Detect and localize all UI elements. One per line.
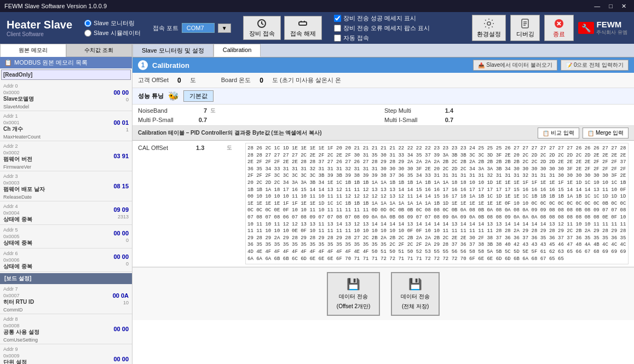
check-success-msg[interactable]: 장비 전송 성공 메세지 표시 <box>334 14 430 22</box>
load-from-slave-button[interactable]: 📥 Slave에서 데이터 불러오기 <box>473 60 557 71</box>
tab-monitor[interactable]: Slave 모니터링 및 설정 <box>132 44 214 57</box>
field-step-multi: Step Multi 1.4 <box>384 107 629 114</box>
list-item: Addr 40x0004상태에 중복 09 092313 <box>0 201 132 225</box>
board-temp-unit: 도 (초기 미사용 살온시 온 <box>272 76 341 84</box>
minimize-button[interactable]: — <box>591 3 603 10</box>
mode-options: Slave 모니터링 Slave 시뮬레이터 <box>84 19 141 37</box>
logo-area: 🔧 FEWM 주식회사 유엠 <box>578 20 627 36</box>
main-content: 원본 메모리 수치값 조회 📋 MODBUS 원본 메모리 목록 [ReadOn… <box>0 44 634 364</box>
list-item: Addr 50x0005상태에 중복 00 000 <box>0 225 132 249</box>
compare-input-button[interactable]: 📋 비교 입력 <box>538 128 579 138</box>
svg-point-2 <box>487 22 491 25</box>
calibration-header: 1 Calibration 📥 Slave에서 데이터 불러오기 📝 0으로 전… <box>132 57 634 73</box>
title-bar-controls: — □ ✕ <box>591 3 630 10</box>
hex-data[interactable]: 28 26 2C 1C 1D 1E 1E 1E 1E 1F 20 20 21 2… <box>245 143 629 264</box>
fields-grid: NoiseBand 7 도 Step Multi 1.4 Multi P-Sma… <box>132 105 634 126</box>
title-bar-text: FEWM Slave Software Version 1.0.0.9 <box>4 3 107 9</box>
list-item: Addr 90x0009단위 설정UnitSetting 00 00 <box>0 344 132 364</box>
write-icon: 📝 <box>566 62 572 68</box>
close-button[interactable]: ✕ <box>618 3 630 10</box>
logo-text-area: FEWM 주식회사 유엠 <box>596 20 627 36</box>
default-btn[interactable]: 기본값 <box>183 90 214 102</box>
logo-text: FEWM <box>596 20 627 29</box>
debug-button[interactable]: 디버깅 <box>510 15 540 41</box>
cal-header-buttons: 📥 Slave에서 데이터 불러오기 📝 0으로 전체 입력하기 <box>473 60 629 71</box>
board-temp-label: Board 온도 <box>221 76 251 84</box>
cal-offset-label: CAL OffSet <box>138 144 193 151</box>
list-item: Addr 80x0008공통 사용 설정ComUseSetting 00 00 <box>0 314 132 344</box>
main-tabs: Slave 모니터링 및 설정 Calibration <box>132 44 634 57</box>
bottom-actions: 💾 데이터 전송 (Offset 2개만) 💾 데이터 전송 (전체 저장) <box>132 267 634 320</box>
floppy-icon-2: 💾 <box>408 278 422 291</box>
cal-offset-value: 1.3 <box>196 144 223 151</box>
radio-monitor[interactable]: Slave 모니터링 <box>84 19 141 27</box>
readonly-label: [ReadOnly] <box>1 70 131 80</box>
header: Heater Slave Client Software Slave 모니터링 … <box>0 12 634 44</box>
board-section-header: [보드 설정] <box>0 273 132 284</box>
offset-row: 고객 OffSet 0 도 Board 온도 0 도 (초기 미사용 살온시 온 <box>132 73 634 88</box>
exit-button[interactable]: 종료 <box>544 15 574 41</box>
cal-title: Calibration <box>152 61 189 70</box>
message-checkboxes: 장비 전송 성공 메세지 표시 장비 전송 오류 메세지 팝스 표시 자동 접속 <box>334 14 430 42</box>
app-subtitle: Client Software <box>7 31 72 37</box>
field-multi-i-small: Multi I-Small 0.7 <box>384 117 629 123</box>
logo-icon: 🔧 <box>578 22 594 34</box>
write-zero-button[interactable]: 📝 0으로 전체 입력하기 <box>561 60 629 71</box>
port-label: 접속 포트 <box>153 24 178 32</box>
port-area: 접속 포트 ▼ <box>153 23 231 33</box>
right-panel: Slave 모니터링 및 설정 Calibration 1 Calibratio… <box>132 44 634 364</box>
app-title-area: Heater Slave Client Software <box>7 19 72 37</box>
maximize-button[interactable]: □ <box>606 3 616 10</box>
copy-icon: 📋 <box>543 130 549 136</box>
goa-offset-unit: 도 <box>190 76 196 84</box>
port-select-button[interactable]: ▼ <box>218 24 231 33</box>
list-item: Addr 60x0006상태에 중복 00 000 <box>0 249 132 272</box>
list-item: Addr 20x0002펌웨어 버전FirmwareVer 03 91 <box>0 141 132 171</box>
table-title: Calibration 테이블 – PID Controller의 결과중 By… <box>138 129 534 137</box>
port-input[interactable] <box>182 23 215 33</box>
tuning-row: 성능 튜닝 🐝 기본값 <box>132 88 634 105</box>
merge-input-button[interactable]: 📋 Merge 입력 <box>583 128 629 138</box>
cal-icon: 1 <box>138 60 148 70</box>
radio-simulator[interactable]: Slave 시뮬레이터 <box>84 29 141 37</box>
tab-calibration[interactable]: Calibration <box>214 44 261 57</box>
action-buttons: 장비 접속 접속 해제 <box>243 16 322 40</box>
list-item: Addr 30x0003펌웨어 배포 날자ReleaseDate 08 15 <box>0 171 132 201</box>
settings-button[interactable]: 환경설정 <box>472 15 506 41</box>
bee-icon: 🐝 <box>168 91 179 101</box>
tab-values[interactable]: 수치값 조회 <box>66 44 132 57</box>
logo-sub: 주식회사 유엠 <box>596 29 627 36</box>
left-panel: 원본 메모리 수치값 조회 📋 MODBUS 원본 메모리 목록 [ReadOn… <box>0 44 132 364</box>
svg-rect-1 <box>299 22 307 25</box>
check-error-msg[interactable]: 장비 전송 오류 메세지 팝스 표시 <box>334 24 430 32</box>
list-item: Addr 00x0000Slave모델명SlaveModel 00 000 <box>0 81 132 111</box>
connect-button[interactable]: 장비 접속 <box>243 16 281 40</box>
right-tools: 환경설정 디버깅 종료 🔧 FEWM 주식회사 유엠 <box>472 15 627 41</box>
goa-offset-label: 고객 OffSet <box>138 76 169 84</box>
disconnect-button[interactable]: 접속 해제 <box>284 16 322 40</box>
table-header: Calibration 테이블 – PID Controller의 결과중 By… <box>132 126 634 141</box>
tab-raw-memory[interactable]: 원본 메모리 <box>0 44 66 57</box>
title-bar: FEWM Slave Software Version 1.0.0.9 — □ … <box>0 0 634 12</box>
goa-offset-value: 0 <box>177 77 181 84</box>
cal-offset-unit: 도 <box>227 143 238 152</box>
list-item: Addr 10x0001Ch 개수MaxHeaterCount 00 011 <box>0 111 132 141</box>
app-title: Heater Slave <box>7 19 72 31</box>
left-list: Addr 00x0000Slave모델명SlaveModel 00 000 Ad… <box>0 81 132 364</box>
data-transfer-offset-button[interactable]: 💾 데이터 전송 (Offset 2개만) <box>327 272 381 316</box>
load-icon: 📥 <box>478 62 485 68</box>
field-multi-p-small: Multi P-Small 0.7 <box>138 117 382 123</box>
list-item: Addr 70x0007히터 RTU IDCommID 00 0A10 <box>0 284 132 314</box>
check-auto-connect[interactable]: 자동 접속 <box>334 34 430 42</box>
cal-offset-row: CAL OffSet 1.3 도 28 26 2C 1C 1D 1E 1E 1E… <box>132 141 634 267</box>
merge-icon: 📋 <box>587 130 594 136</box>
calibration-panel: 1 Calibration 📥 Slave에서 데이터 불러오기 📝 0으로 전… <box>132 57 634 364</box>
left-section-title: 📋 MODBUS 원본 메모리 목록 <box>0 57 132 68</box>
left-tabs: 원본 메모리 수치값 조회 <box>0 44 132 57</box>
data-transfer-all-button[interactable]: 💾 데이터 전송 (전체 저장) <box>391 272 440 316</box>
board-temp-value: 0 <box>260 77 263 84</box>
field-noiseband: NoiseBand 7 도 <box>138 107 382 114</box>
floppy-icon-1: 💾 <box>347 278 360 291</box>
tuning-label: 성능 튜닝 <box>138 92 164 100</box>
